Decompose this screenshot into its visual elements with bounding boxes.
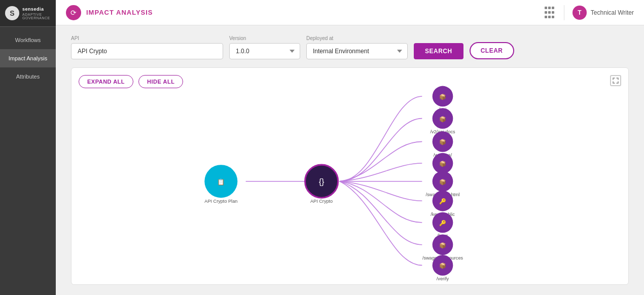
version-field-group: Version 1.0.0 2.0.0 3.0.0 (229, 35, 300, 59)
node-plan-label: API Crypto Plan (204, 199, 237, 204)
api-label: API (71, 35, 223, 41)
expand-all-button[interactable]: EXPAND ALL (79, 75, 133, 88)
header-divider (564, 5, 564, 20)
logo-text: sensedia (22, 7, 50, 13)
svg-text:📦: 📦 (439, 116, 446, 123)
graph-toolbar: EXPAND ALL HIDE ALL (79, 75, 183, 88)
svg-text:📋: 📋 (217, 178, 225, 186)
svg-text:📦: 📦 (439, 178, 446, 186)
graph-container: EXPAND ALL HIDE ALL (71, 67, 629, 285)
api-field-group: API (71, 35, 223, 59)
deployed-field-group: Deployed at Internal Environment Product… (306, 35, 408, 59)
user-info: T Technical Writer (573, 6, 634, 20)
clear-button[interactable]: CLEAR (470, 42, 514, 59)
logo-sub1: ADAPTIVE (22, 13, 50, 16)
page-title: IMPACT ANALYSIS (86, 9, 153, 16)
sidebar-item-workflows[interactable]: Workflows (0, 31, 56, 49)
deployed-select[interactable]: Internal Environment Production Staging (306, 43, 408, 59)
hide-all-button[interactable]: HIDE ALL (138, 75, 183, 88)
search-bar: API Version 1.0.0 2.0.0 3.0.0 Deployed a… (71, 35, 629, 59)
impact-analysis-icon: ⟳ (66, 5, 81, 20)
svg-text:{}: {} (319, 177, 325, 186)
svg-text:📦: 📦 (439, 160, 446, 167)
main-area: ⟳ IMPACT ANALYSIS T Technical Writer API (56, 0, 644, 295)
deployed-label: Deployed at (306, 35, 408, 41)
sidebar-nav: Workflows Impact Analysis Attributes (0, 31, 56, 86)
sidebar: S sensedia ADAPTIVE GOVERNANCE Workflows… (0, 0, 56, 295)
node-api-label: API Crypto (310, 199, 333, 204)
fullscreen-icon[interactable] (610, 75, 621, 86)
avatar: T (573, 6, 587, 20)
svg-text:📦: 📦 (439, 93, 446, 100)
api-input[interactable] (71, 43, 223, 59)
logo-icon: S (5, 6, 19, 20)
header-right: T Technical Writer (544, 5, 634, 20)
content-area: API Version 1.0.0 2.0.0 3.0.0 Deployed a… (56, 25, 644, 295)
graph-svg: 📋 API Crypto Plan {} API Crypto 📦 /api 📦… (71, 68, 628, 284)
version-select[interactable]: 1.0.0 2.0.0 3.0.0 (229, 43, 300, 59)
apps-icon[interactable] (544, 7, 556, 19)
svg-text:🔑: 🔑 (439, 219, 446, 227)
sidebar-item-impact-analysis[interactable]: Impact Analysis (0, 49, 56, 67)
user-name: Technical Writer (591, 9, 634, 16)
header: ⟳ IMPACT ANALYSIS T Technical Writer (56, 0, 644, 25)
header-left: ⟳ IMPACT ANALYSIS (66, 5, 153, 20)
svg-text:📦: 📦 (439, 242, 446, 249)
version-label: Version (229, 35, 300, 41)
svg-text:🔑: 🔑 (439, 198, 446, 205)
svg-text:📦: 📦 (439, 138, 446, 145)
sidebar-logo: S sensedia ADAPTIVE GOVERNANCE (0, 0, 56, 27)
svg-text:📦: 📦 (439, 262, 446, 269)
logo-sub2: GOVERNANCE (22, 16, 50, 20)
sidebar-item-attributes[interactable]: Attributes (0, 67, 56, 86)
node-endpoint-label-8: /verify (437, 276, 449, 281)
search-button[interactable]: SEARCH (414, 43, 463, 59)
